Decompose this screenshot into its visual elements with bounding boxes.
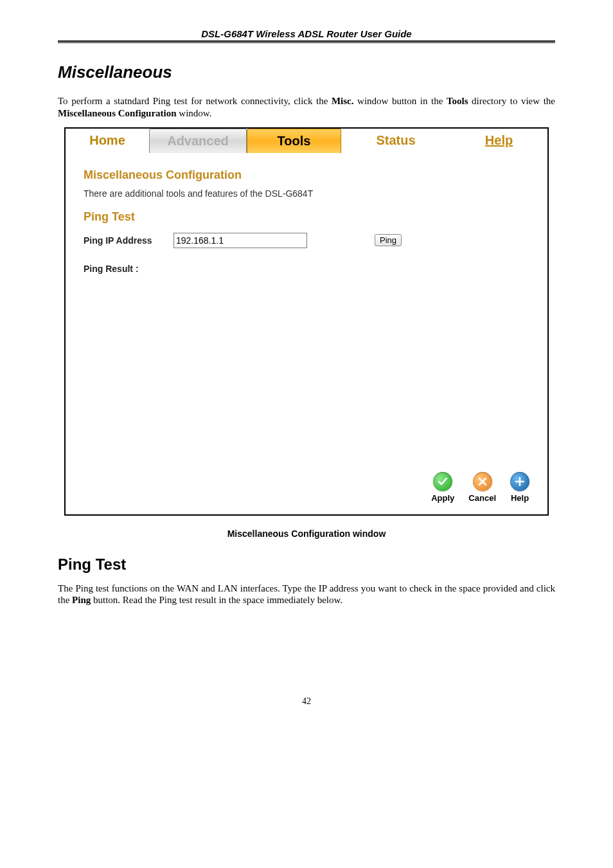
text: To perform a statndard Ping test for net… bbox=[58, 96, 332, 106]
text: window. bbox=[177, 108, 212, 118]
text-bold: Misc. bbox=[332, 96, 354, 106]
footer-icon-row: Apply Cancel Help bbox=[431, 472, 529, 503]
ping-result-label: Ping Result : bbox=[84, 264, 529, 274]
config-screenshot: Home Advanced Tools Status Help Miscella… bbox=[64, 127, 549, 516]
ping-button[interactable]: Ping bbox=[375, 234, 402, 246]
apply-label: Apply bbox=[431, 493, 454, 503]
misc-config-desc: There are additional tools and features … bbox=[84, 188, 529, 199]
tab-tools[interactable]: Tools bbox=[247, 129, 341, 153]
tab-help[interactable]: Help bbox=[450, 129, 547, 153]
header-divider bbox=[58, 42, 555, 43]
text-bold: Tools bbox=[447, 96, 468, 106]
section-heading-misc: Miscellaneous bbox=[58, 62, 555, 82]
tab-status[interactable]: Status bbox=[341, 129, 450, 153]
tab-advanced[interactable]: Advanced bbox=[149, 129, 247, 153]
text-bold: Ping bbox=[72, 595, 91, 605]
page-header-title: DSL-G684T Wireless ADSL Router User Guid… bbox=[58, 26, 555, 42]
apply-button[interactable]: Apply bbox=[431, 472, 454, 503]
pingtest-paragraph: The Ping test functions on the WAN and L… bbox=[58, 583, 555, 607]
text: window button in the bbox=[354, 96, 447, 106]
help-button[interactable]: Help bbox=[510, 472, 529, 503]
text-bold: Miscellaneous Configuration bbox=[58, 108, 177, 118]
screenshot-caption: Miscellaneous Configuration window bbox=[58, 529, 555, 539]
x-icon bbox=[473, 472, 492, 491]
cancel-button[interactable]: Cancel bbox=[468, 472, 496, 503]
page-number: 42 bbox=[58, 696, 555, 707]
tab-home[interactable]: Home bbox=[66, 129, 149, 153]
misc-paragraph: To perform a statndard Ping test for net… bbox=[58, 95, 555, 120]
help-label: Help bbox=[511, 493, 529, 503]
misc-config-heading: Miscellaneous Configuration bbox=[84, 168, 529, 182]
ping-ip-input[interactable] bbox=[173, 233, 307, 248]
check-icon bbox=[433, 472, 452, 491]
text: directory to view the bbox=[468, 96, 555, 106]
text: button. Read the Ping test result in the… bbox=[91, 595, 342, 605]
cancel-label: Cancel bbox=[468, 493, 496, 503]
plus-icon bbox=[510, 472, 529, 491]
tab-bar: Home Advanced Tools Status Help bbox=[66, 129, 547, 153]
ping-test-heading: Ping Test bbox=[84, 210, 529, 224]
section-heading-pingtest: Ping Test bbox=[58, 556, 555, 574]
ping-ip-label: Ping IP Address bbox=[84, 235, 154, 246]
